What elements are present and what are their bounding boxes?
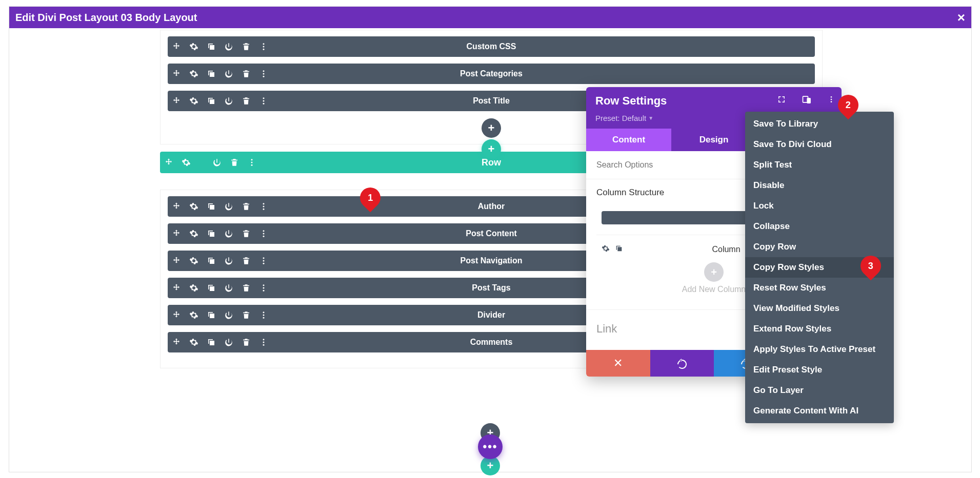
module-more-icon[interactable] xyxy=(255,251,272,271)
module-delete-icon[interactable] xyxy=(237,305,255,325)
tab-content[interactable]: Content xyxy=(586,129,671,151)
module-more-icon[interactable] xyxy=(255,278,272,298)
module-settings-icon[interactable] xyxy=(185,223,203,244)
add-module-button[interactable]: + xyxy=(482,118,501,138)
module-label: Post Title xyxy=(473,96,510,106)
column-duplicate-icon[interactable] xyxy=(615,244,623,254)
module-bar-s1-0[interactable]: Custom CSS xyxy=(168,36,815,57)
menu-item-edit preset style[interactable]: Edit Preset Style xyxy=(745,360,894,380)
row-more-icon[interactable] xyxy=(243,152,261,173)
module-power-icon[interactable] xyxy=(220,305,237,325)
module-settings-icon[interactable] xyxy=(185,64,203,84)
module-power-icon[interactable] xyxy=(220,251,237,271)
menu-item-go to layer[interactable]: Go To Layer xyxy=(745,380,894,401)
module-duplicate-icon[interactable] xyxy=(203,36,220,57)
close-button[interactable]: × xyxy=(957,10,965,26)
row-power-icon[interactable] xyxy=(208,152,226,173)
module-delete-icon[interactable] xyxy=(237,36,255,57)
row-settings-icon[interactable] xyxy=(177,152,195,173)
module-delete-icon[interactable] xyxy=(237,196,255,217)
module-duplicate-icon[interactable] xyxy=(203,64,220,84)
module-more-icon[interactable] xyxy=(255,91,272,111)
callout-2: 2 xyxy=(838,95,858,115)
panel-more-icon[interactable] xyxy=(827,95,835,103)
module-power-icon[interactable] xyxy=(220,91,237,111)
row-move-icon[interactable] xyxy=(160,152,177,173)
menu-item-generate content with ai[interactable]: Generate Content With AI xyxy=(745,401,894,421)
module-duplicate-icon[interactable] xyxy=(203,278,220,298)
tab-design[interactable]: Design xyxy=(671,129,756,151)
module-power-icon[interactable] xyxy=(220,36,237,57)
responsive-icon[interactable] xyxy=(802,94,812,105)
module-delete-icon[interactable] xyxy=(237,278,255,298)
add-column-button[interactable]: + xyxy=(704,262,724,282)
module-settings-icon[interactable] xyxy=(185,332,203,352)
module-duplicate-icon[interactable] xyxy=(203,332,220,352)
module-duplicate-icon[interactable] xyxy=(203,91,220,111)
menu-item-extend row styles[interactable]: Extend Row Styles xyxy=(745,319,894,339)
module-more-icon[interactable] xyxy=(255,196,272,217)
module-settings-icon[interactable] xyxy=(185,36,203,57)
row-delete-icon[interactable] xyxy=(226,152,243,173)
module-settings-icon[interactable] xyxy=(185,91,203,111)
link-label: Link xyxy=(596,322,617,335)
module-power-icon[interactable] xyxy=(220,223,237,244)
module-move-icon[interactable] xyxy=(168,196,185,217)
module-move-icon[interactable] xyxy=(168,332,185,352)
module-settings-icon[interactable] xyxy=(185,196,203,217)
menu-item-reset row styles[interactable]: Reset Row Styles xyxy=(745,278,894,298)
module-move-icon[interactable] xyxy=(168,64,185,84)
module-power-icon[interactable] xyxy=(220,64,237,84)
module-more-icon[interactable] xyxy=(255,332,272,352)
module-move-icon[interactable] xyxy=(168,278,185,298)
module-duplicate-icon[interactable] xyxy=(203,251,220,271)
menu-item-view modified styles[interactable]: View Modified Styles xyxy=(745,298,894,319)
module-label: Custom CSS xyxy=(467,42,516,51)
module-label: Divider xyxy=(477,310,505,320)
module-label: Post Categories xyxy=(460,69,523,78)
module-more-icon[interactable] xyxy=(255,223,272,244)
module-delete-icon[interactable] xyxy=(237,91,255,111)
module-move-icon[interactable] xyxy=(168,91,185,111)
column-settings-icon[interactable] xyxy=(602,244,610,254)
module-power-icon[interactable] xyxy=(220,196,237,217)
module-move-icon[interactable] xyxy=(168,251,185,271)
page-settings-fab[interactable]: ••• xyxy=(478,434,503,459)
preset-label: Preset: Default xyxy=(595,114,646,122)
menu-item-disable[interactable]: Disable xyxy=(745,175,894,196)
menu-item-apply styles to active preset[interactable]: Apply Styles To Active Preset xyxy=(745,339,894,360)
module-delete-icon[interactable] xyxy=(237,251,255,271)
menu-item-save to library[interactable]: Save To Library xyxy=(745,114,894,134)
module-move-icon[interactable] xyxy=(168,36,185,57)
expand-icon[interactable] xyxy=(777,95,786,104)
module-delete-icon[interactable] xyxy=(237,223,255,244)
module-duplicate-icon[interactable] xyxy=(203,305,220,325)
menu-item-lock[interactable]: Lock xyxy=(745,196,894,216)
module-duplicate-icon[interactable] xyxy=(203,196,220,217)
module-bar-s1-1[interactable]: Post Categories xyxy=(168,64,815,84)
undo-button[interactable] xyxy=(650,350,714,377)
menu-item-save to divi cloud[interactable]: Save To Divi Cloud xyxy=(745,134,894,155)
module-settings-icon[interactable] xyxy=(185,251,203,271)
module-delete-icon[interactable] xyxy=(237,64,255,84)
menu-item-collapse[interactable]: Collapse xyxy=(745,216,894,237)
title-bar: Edit Divi Post Layout 03 Body Layout × xyxy=(9,7,971,28)
module-power-icon[interactable] xyxy=(220,332,237,352)
menu-item-copy row[interactable]: Copy Row xyxy=(745,237,894,257)
cancel-button[interactable]: ✕ xyxy=(586,350,650,377)
callout-1: 1 xyxy=(360,188,381,208)
module-move-icon[interactable] xyxy=(168,305,185,325)
module-more-icon[interactable] xyxy=(255,305,272,325)
module-label: Post Content xyxy=(466,229,517,238)
module-settings-icon[interactable] xyxy=(185,278,203,298)
module-power-icon[interactable] xyxy=(220,278,237,298)
menu-item-split test[interactable]: Split Test xyxy=(745,155,894,175)
callout-3: 3 xyxy=(861,256,881,276)
module-duplicate-icon[interactable] xyxy=(203,223,220,244)
add-row-button[interactable]: + xyxy=(482,139,501,159)
module-delete-icon[interactable] xyxy=(237,332,255,352)
module-more-icon[interactable] xyxy=(255,36,272,57)
module-move-icon[interactable] xyxy=(168,223,185,244)
module-settings-icon[interactable] xyxy=(185,305,203,325)
module-more-icon[interactable] xyxy=(255,64,272,84)
